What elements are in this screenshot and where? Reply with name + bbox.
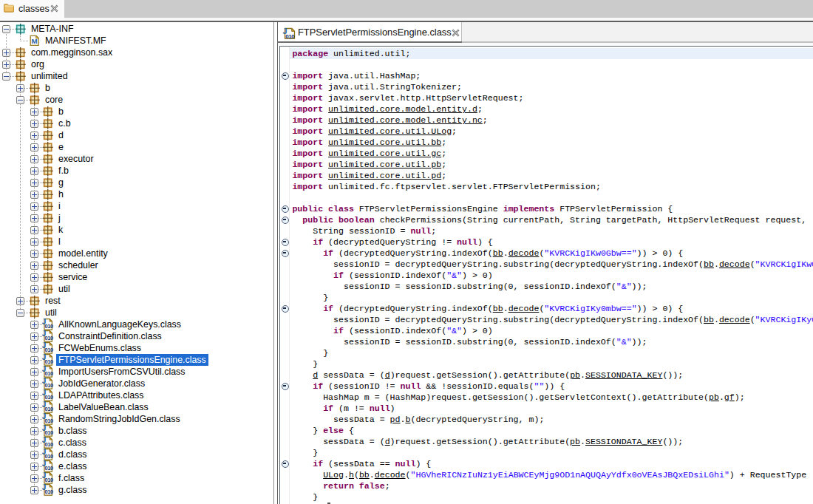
svg-text:M: M — [31, 37, 37, 45]
svg-text:010: 010 — [44, 347, 53, 353]
svg-text:010: 010 — [44, 488, 53, 495]
svg-text:010: 010 — [44, 406, 53, 412]
svg-text:010: 010 — [44, 382, 53, 389]
svg-text:010: 010 — [44, 453, 53, 460]
svg-text:010: 010 — [44, 335, 53, 341]
svg-text:010: 010 — [44, 394, 53, 401]
svg-text:010: 010 — [44, 441, 53, 448]
svg-text:010: 010 — [44, 323, 53, 330]
svg-text:010: 010 — [44, 370, 53, 377]
svg-text:010: 010 — [44, 465, 53, 471]
svg-text:010: 010 — [44, 418, 53, 424]
svg-text:010: 010 — [285, 33, 295, 39]
svg-text:010: 010 — [44, 429, 53, 436]
svg-text:010: 010 — [44, 477, 53, 483]
svg-text:010: 010 — [44, 358, 53, 365]
